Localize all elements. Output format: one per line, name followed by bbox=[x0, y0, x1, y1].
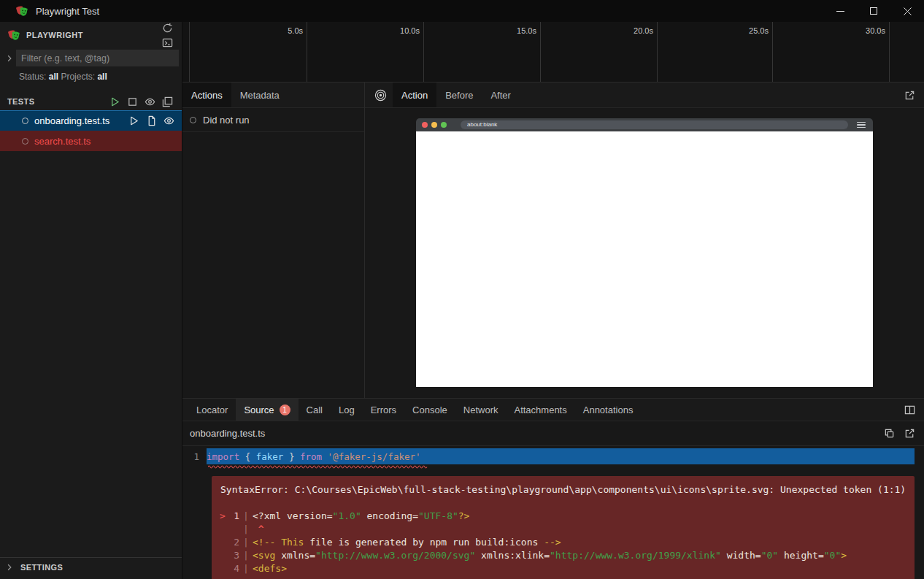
address-url: about:blank bbox=[467, 122, 497, 128]
syntax-error-box: SyntaxError: C:\Courses\EpicWeb\full-sta… bbox=[212, 476, 915, 579]
code-token: ?> bbox=[458, 510, 470, 521]
line-number: 1 bbox=[182, 451, 204, 462]
maximize-button[interactable] bbox=[857, 0, 890, 22]
tab-locator[interactable]: Locator bbox=[188, 399, 236, 421]
close-button[interactable] bbox=[890, 0, 924, 22]
code-token: "0" bbox=[761, 550, 778, 561]
tab-label: After bbox=[490, 90, 510, 101]
status-label: Status: bbox=[19, 72, 46, 82]
tests-header-title: TESTS bbox=[7, 97, 34, 106]
code-token: height= bbox=[778, 550, 824, 561]
minimize-button[interactable] bbox=[823, 0, 857, 22]
code-token: xmlns:xlink= bbox=[475, 550, 550, 561]
tab-label: Errors bbox=[371, 404, 396, 415]
code-token: "0" bbox=[824, 550, 841, 561]
code-token: file is generated by npm run build:icons bbox=[304, 537, 544, 548]
timeline-tick-label: 30.0s bbox=[866, 26, 889, 35]
tab-label: Call bbox=[307, 404, 323, 415]
code-token: <?xml version= bbox=[253, 510, 333, 521]
playwright-header-title: PLAYWRIGHT bbox=[26, 31, 83, 39]
error-title: SyntaxError: C:\Courses\EpicWeb\full-sta… bbox=[216, 483, 906, 496]
code-token: '@faker-js/faker' bbox=[328, 451, 421, 462]
filter-input[interactable] bbox=[16, 50, 179, 66]
tab-label: Network bbox=[463, 404, 498, 415]
tab-annotations[interactable]: Annotations bbox=[575, 399, 642, 421]
actions-panel: ActionsMetadata Did not run bbox=[182, 83, 365, 398]
error-frame-line: 3|<svg xmlns="http://www.w3.org/2000/svg… bbox=[216, 549, 906, 562]
tab-network[interactable]: Network bbox=[455, 399, 507, 421]
sidebar: PLAYWRIGHT Status: all Projects: all TES… bbox=[0, 22, 182, 579]
test-list: onboarding.test.tssearch.test.ts bbox=[0, 110, 182, 151]
test-file-search.test.ts[interactable]: search.test.ts bbox=[0, 131, 182, 151]
tab-call[interactable]: Call bbox=[299, 399, 331, 421]
test-file-onboarding.test.ts[interactable]: onboarding.test.ts bbox=[0, 110, 182, 131]
source-icon[interactable] bbox=[144, 114, 158, 129]
test-status-circle-icon bbox=[22, 118, 28, 124]
timeline-gridline bbox=[189, 22, 190, 82]
pick-locator-button[interactable] bbox=[368, 83, 393, 107]
code-token: import bbox=[207, 451, 239, 462]
code-token: "http://www.w3.org/2000/svg" bbox=[315, 550, 475, 561]
projects-value[interactable]: all bbox=[97, 72, 107, 82]
chevron-right-icon[interactable] bbox=[3, 55, 16, 62]
timeline-gridline bbox=[657, 22, 658, 82]
tab-label: Source bbox=[244, 404, 274, 415]
external-link-icon[interactable] bbox=[902, 426, 917, 441]
code-token: --> bbox=[544, 537, 561, 548]
status-value[interactable]: all bbox=[49, 72, 58, 82]
tab-after[interactable]: After bbox=[482, 83, 519, 107]
main-area: 5.0s10.0s15.0s20.0s25.0s30.0s ActionsMet… bbox=[182, 22, 924, 579]
split-view-button[interactable] bbox=[902, 402, 917, 417]
timeline-tick-label: 5.0s bbox=[288, 26, 307, 35]
title-bar: Playwright Test bbox=[0, 0, 924, 22]
refresh-icon[interactable] bbox=[160, 20, 174, 35]
source-file-bar: onboarding.test.ts bbox=[182, 421, 924, 446]
collapse-all-icon[interactable] bbox=[160, 94, 174, 109]
error-frame-line: >1|<?xml version="1.0" encoding="UTF-8"?… bbox=[216, 510, 906, 523]
popout-snapshot-button[interactable] bbox=[902, 88, 917, 102]
terminal-icon[interactable] bbox=[160, 35, 174, 50]
tab-attachments[interactable]: Attachments bbox=[506, 399, 574, 421]
tab-errors[interactable]: Errors bbox=[363, 399, 404, 421]
tab-label: Metadata bbox=[240, 90, 280, 101]
code-token: xmlns= bbox=[275, 550, 315, 561]
stop-icon[interactable] bbox=[125, 94, 139, 109]
browser-snapshot: about:blank bbox=[416, 118, 873, 387]
copy-icon[interactable] bbox=[882, 426, 896, 441]
code-token: This bbox=[281, 537, 304, 548]
source-code-line[interactable]: 1 import { faker } from '@faker-js/faker… bbox=[182, 448, 924, 464]
filter-row bbox=[0, 50, 182, 66]
timeline[interactable]: 5.0s10.0s15.0s20.0s25.0s30.0s bbox=[182, 22, 924, 83]
chevron-right-icon bbox=[3, 564, 16, 571]
tab-source[interactable]: Source1 bbox=[236, 399, 298, 421]
run-all-icon[interactable] bbox=[107, 94, 122, 109]
timeline-tick-label: 20.0s bbox=[634, 26, 657, 35]
run-icon[interactable] bbox=[126, 114, 141, 129]
tab-log[interactable]: Log bbox=[331, 399, 363, 421]
timeline-gridline bbox=[423, 22, 424, 82]
did-not-run-label: Did not run bbox=[203, 115, 250, 126]
source-view: 1 import { faker } from '@faker-js/faker… bbox=[182, 448, 924, 579]
error-frame-line: 2|<!-- This file is generated by npm run… bbox=[216, 536, 906, 549]
watch-all-icon[interactable] bbox=[142, 94, 157, 109]
code-token: "http://www.w3.org/1999/xlink" bbox=[550, 550, 721, 561]
tab-metadata[interactable]: Metadata bbox=[231, 83, 288, 107]
code-token bbox=[322, 451, 328, 462]
tab-console[interactable]: Console bbox=[404, 399, 455, 421]
tab-label: Actions bbox=[191, 90, 223, 101]
code-token: encoding= bbox=[361, 510, 418, 521]
tab-before[interactable]: Before bbox=[436, 83, 482, 107]
playwright-header: PLAYWRIGHT bbox=[0, 26, 182, 45]
tab-actions[interactable]: Actions bbox=[182, 83, 231, 107]
source-file-name: onboarding.test.ts bbox=[190, 428, 265, 439]
settings-section[interactable]: SETTINGS bbox=[0, 557, 182, 577]
watch-icon[interactable] bbox=[161, 114, 176, 129]
tab-label: Annotations bbox=[583, 404, 634, 415]
timeline-gridline bbox=[772, 22, 773, 82]
traffic-light-icon bbox=[422, 122, 428, 128]
test-file-name: onboarding.test.ts bbox=[34, 115, 109, 126]
playwright-masks-icon bbox=[15, 4, 28, 18]
tab-action[interactable]: Action bbox=[393, 83, 436, 107]
tab-label: Log bbox=[339, 404, 355, 415]
tab-label: Attachments bbox=[514, 404, 566, 415]
